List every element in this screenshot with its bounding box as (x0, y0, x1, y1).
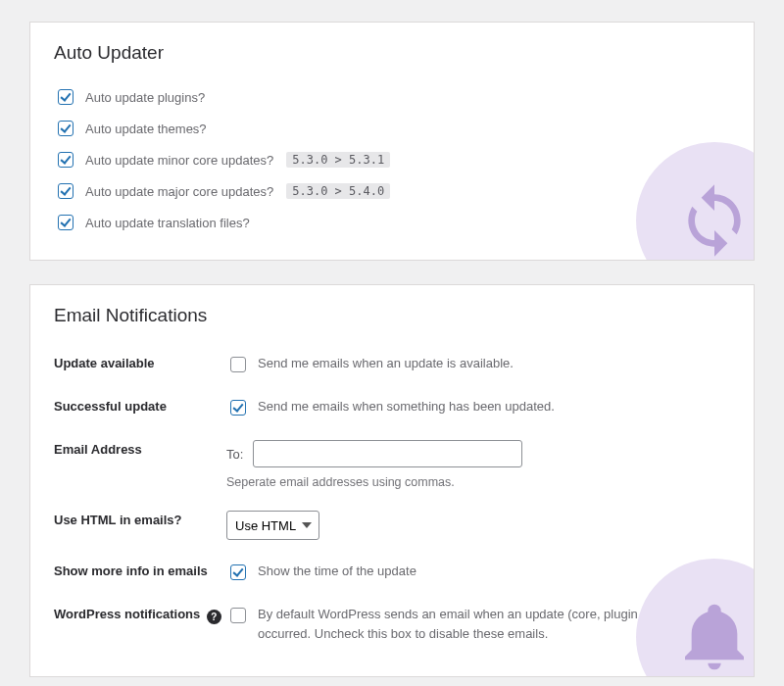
input-email-address[interactable] (253, 440, 522, 467)
panel-auto-updater: Auto Updater Auto update plugins? Auto u… (29, 22, 755, 261)
auto-update-themes-checkbox[interactable] (58, 121, 74, 136)
minor-core-version-badge: 5.3.0 > 5.3.1 (286, 152, 390, 168)
checkbox-successful-update-label: Send me emails when something has been u… (258, 397, 555, 416)
auto-update-translations-row: Auto update translation files? (54, 207, 730, 238)
auto-update-translations-label: Auto update translation files? (85, 216, 250, 230)
label-update-available: Update available (54, 344, 226, 387)
auto-update-plugins-row: Auto update plugins? (54, 81, 730, 113)
select-use-html[interactable]: Use HTML (226, 511, 319, 540)
label-more-info: Show more info in emails (54, 552, 226, 595)
checkbox-more-info[interactable] (230, 564, 246, 580)
checkbox-update-available[interactable] (230, 357, 246, 372)
checkbox-more-info-label: Show the time of the update (258, 562, 416, 581)
major-core-version-badge: 5.3.0 > 5.4.0 (286, 183, 390, 199)
auto-update-minor-core-checkbox[interactable] (58, 152, 74, 168)
heading-email-notifications: Email Notifications (54, 305, 730, 326)
label-successful-update: Successful update (54, 387, 226, 430)
help-icon[interactable]: ? (207, 610, 221, 624)
auto-update-major-core-checkbox[interactable] (58, 183, 74, 199)
auto-update-major-core-row: Auto update major core updates? 5.3.0 > … (54, 175, 730, 207)
label-wp-notifications: WordPress notifications ? (54, 595, 226, 655)
auto-update-themes-label: Auto update themes? (85, 122, 207, 136)
label-email-address: Email Address (54, 430, 226, 501)
hint-email-separator: Seperate email addresses using commas. (226, 475, 730, 489)
checkbox-update-available-label: Send me emails when an update is availab… (258, 354, 514, 373)
checkbox-wp-notifications[interactable] (230, 608, 246, 623)
auto-update-plugins-label: Auto update plugins? (85, 90, 205, 105)
auto-update-major-core-label: Auto update major core updates? (85, 184, 273, 199)
heading-auto-updater: Auto Updater (54, 42, 730, 64)
auto-update-translations-checkbox[interactable] (58, 215, 74, 230)
panel-email-notifications: Email Notifications Update available Sen… (29, 284, 755, 677)
checkbox-successful-update[interactable] (230, 400, 246, 416)
label-to: To: (226, 447, 243, 462)
auto-update-themes-row: Auto update themes? (54, 113, 730, 144)
checkbox-wp-notifications-label: By default WordPress sends an email when… (258, 605, 730, 643)
auto-update-minor-core-row: Auto update minor core updates? 5.3.0 > … (54, 144, 730, 175)
label-use-html: Use HTML in emails? (54, 501, 226, 552)
auto-update-plugins-checkbox[interactable] (58, 89, 74, 105)
auto-update-minor-core-label: Auto update minor core updates? (85, 153, 273, 168)
